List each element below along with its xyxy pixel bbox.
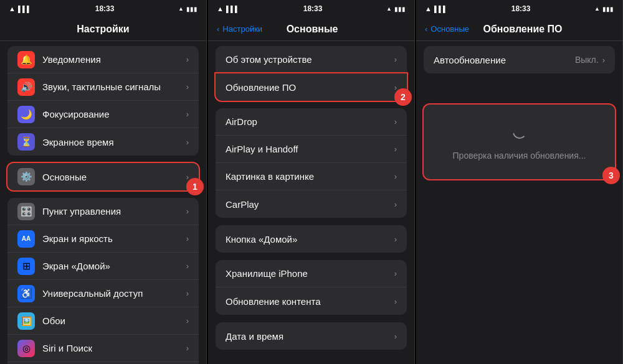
siri-label: Siri и Поиск xyxy=(42,343,186,353)
notifications-icon: 🔔 xyxy=(17,51,35,68)
back-arrow-2 xyxy=(217,24,221,34)
item-pip[interactable]: Картинка в картинке xyxy=(216,163,407,190)
panel1-title: Настройки xyxy=(9,24,197,35)
item-content-update[interactable]: Обновление контента xyxy=(216,287,407,315)
group-mid-2: AirDrop AirPlay и Handoff Картинка в кар… xyxy=(216,108,407,218)
panel3-title: Обновление ПО xyxy=(469,24,576,35)
item-control[interactable]: 🎛️ Пункт управления xyxy=(7,198,199,225)
back-button-3[interactable]: Основные xyxy=(425,24,469,34)
panel2-content: Об этом устройстве Обновление ПО 2 AirDr… xyxy=(208,41,414,364)
wifi-icon-2: ▲ xyxy=(217,5,224,12)
datetime-chevron xyxy=(394,332,397,341)
back-label-2: Настройки xyxy=(222,24,262,34)
item-siri[interactable]: ◎ Siri и Поиск xyxy=(7,335,199,362)
signal-bars-1: ▲ xyxy=(178,6,184,12)
item-home-screen[interactable]: ⊞ Экран «Домой» xyxy=(7,253,199,280)
item-about[interactable]: Об этом устройстве xyxy=(216,46,407,73)
status-right-icons-2: ▲ ▮▮▮ xyxy=(386,6,406,12)
status-time-1: 18:33 xyxy=(95,4,115,13)
wifi-icon-3: ▲ xyxy=(425,5,432,12)
item-focus[interactable]: 🌙 Фокусирование xyxy=(7,101,199,128)
home-button-label: Кнопка «Домой» xyxy=(226,234,394,245)
nav-bar-3: Основные Обновление ПО xyxy=(416,17,622,41)
item-notifications[interactable]: 🔔 Уведомления xyxy=(7,46,199,73)
group-datetime: Дата и время xyxy=(216,322,407,350)
general-label: Основные xyxy=(42,172,186,182)
signal-bars-3: ▲ xyxy=(594,6,600,12)
signal-icon-3: ▌▌▌ xyxy=(434,6,447,12)
about-chevron xyxy=(394,55,397,64)
status-left-icons-2: ▲ ▌▌▌ xyxy=(217,5,239,12)
sounds-icon: 🔊 xyxy=(17,78,35,96)
home-screen-icon: ⊞ xyxy=(17,258,35,275)
display-label: Экран и яркость xyxy=(42,233,186,244)
item-airdrop[interactable]: AirDrop xyxy=(216,108,407,136)
software-update-wrapper: Обновление ПО 2 xyxy=(216,73,407,101)
checking-spinner-icon xyxy=(511,123,528,144)
screen-time-icon: ⏳ xyxy=(17,133,35,151)
status-bar-2: ▲ ▌▌▌ 18:33 ▲ ▮▮▮ xyxy=(208,0,414,17)
group-general: ⚙️ Основные 1 xyxy=(7,163,199,190)
accessibility-chevron xyxy=(186,289,189,298)
item-carplay[interactable]: CarPlay xyxy=(216,190,407,218)
nav-bar-2: Настройки Основные xyxy=(208,17,414,41)
status-time-3: 18:33 xyxy=(511,4,531,13)
home-button-chevron xyxy=(394,235,397,244)
battery-icon-1: ▮▮▮ xyxy=(186,6,197,12)
status-right-icons-1: ▲ ▮▮▮ xyxy=(178,6,197,12)
battery-icon-3: ▮▮▮ xyxy=(602,6,614,12)
content-update-chevron xyxy=(394,297,397,306)
group-storage: Хранилище iPhone Обновление контента xyxy=(216,260,407,315)
notifications-chevron xyxy=(186,55,189,64)
item-sounds[interactable]: 🔊 Звуки, тактильные сигналы xyxy=(7,73,199,101)
panel1-content: 🔔 Уведомления 🔊 Звуки, тактильные сигнал… xyxy=(0,41,206,364)
item-wallpaper[interactable]: 🖼️ Обои xyxy=(7,307,199,335)
home-screen-chevron xyxy=(186,261,189,271)
item-accessibility[interactable]: ♿ Универсальный доступ xyxy=(7,280,199,307)
display-icon: AA xyxy=(17,230,35,248)
pip-chevron xyxy=(394,172,397,181)
general-wrapper: ⚙️ Основные 1 xyxy=(7,163,199,190)
airdrop-chevron xyxy=(394,117,397,126)
carplay-label: CarPlay xyxy=(226,199,394,210)
sounds-chevron xyxy=(186,82,189,91)
status-bar-3: ▲ ▌▌▌ 18:33 ▲ ▮▮▮ xyxy=(416,0,622,17)
accessibility-icon: ♿ xyxy=(17,285,35,302)
software-update-label: Обновление ПО xyxy=(226,82,394,93)
carplay-chevron xyxy=(394,200,397,209)
wallpaper-icon: 🖼️ xyxy=(17,312,35,330)
iphone-storage-chevron xyxy=(394,269,397,278)
control-icon: 🎛️ xyxy=(17,203,35,220)
focus-icon: 🌙 xyxy=(17,106,35,123)
auto-update-row[interactable]: Автообновление Выкл. xyxy=(424,46,615,73)
datetime-label: Дата и время xyxy=(226,331,394,342)
focus-label: Фокусирование xyxy=(42,109,186,119)
status-left-icons-1: ▲ ▌▌▌ xyxy=(9,5,31,12)
airplay-chevron xyxy=(394,144,397,154)
status-left-icons-3: ▲ ▌▌▌ xyxy=(425,5,447,12)
item-iphone-storage[interactable]: Хранилище iPhone xyxy=(216,260,407,287)
item-airplay[interactable]: AirPlay и Handoff xyxy=(216,136,407,163)
auto-update-label: Автообновление xyxy=(434,55,575,65)
control-chevron xyxy=(186,207,189,216)
panel3-content: Автообновление Выкл. Проверка наличия об… xyxy=(416,41,622,364)
item-general[interactable]: ⚙️ Основные xyxy=(7,163,199,190)
back-button-2[interactable]: Настройки xyxy=(217,24,262,34)
item-datetime[interactable]: Дата и время xyxy=(216,322,407,350)
auto-update-value: Выкл. xyxy=(575,55,599,65)
signal-icon-2: ▌▌▌ xyxy=(226,6,239,12)
signal-icon-1: ▌▌▌ xyxy=(18,6,31,12)
item-screen-time[interactable]: ⏳ Экранное время xyxy=(7,128,199,156)
pip-label: Картинка в картинке xyxy=(226,171,394,182)
item-home-button[interactable]: Кнопка «Домой» xyxy=(216,225,407,253)
wallpaper-label: Обои xyxy=(42,315,186,326)
iphone-storage-label: Хранилище iPhone xyxy=(226,268,394,279)
svg-point-0 xyxy=(511,124,527,140)
step-badge-2: 2 xyxy=(394,88,412,106)
panel-general: ▲ ▌▌▌ 18:33 ▲ ▮▮▮ Настройки Основные Об … xyxy=(208,0,415,364)
panel-settings: ▲ ▌▌▌ 18:33 ▲ ▮▮▮ Настройки 🔔 Уведомлени… xyxy=(0,0,207,364)
item-software-update[interactable]: Обновление ПО xyxy=(216,73,407,101)
item-display[interactable]: AA Экран и яркость xyxy=(7,225,199,253)
nav-bar-1: Настройки xyxy=(0,17,206,41)
status-right-icons-3: ▲ ▮▮▮ xyxy=(594,6,614,12)
